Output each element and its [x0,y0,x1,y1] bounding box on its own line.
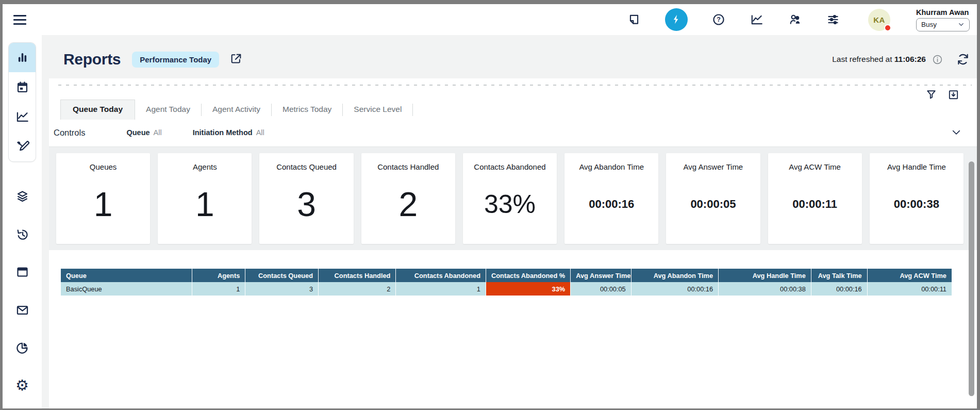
tab-bar: Queue Today Agent Today Agent Activity M… [60,100,977,120]
col-agents: Agents [192,269,245,282]
tab-metrics-today[interactable]: Metrics Today [272,100,342,120]
initiation-method-filter[interactable]: Initiation Method All [193,128,264,137]
line-chart-icon[interactable] [750,12,764,27]
sidebar-item-line-chart-metrics[interactable] [9,102,36,132]
kpi-card-queues: Queues 1 [56,153,150,244]
refresh-icon[interactable] [949,53,970,66]
col-contacts-abandoned: Contacts Abandoned [396,269,486,282]
people-icon[interactable] [788,12,802,27]
refresh-area: Last refreshed at 11:06:26 [832,53,972,66]
svg-text:?: ? [717,16,721,23]
sidebar-item-layers[interactable] [8,182,36,211]
filter-icon[interactable] [925,89,937,102]
panel-actions [925,89,959,102]
page-header: Reports Performance Today Last refreshed… [42,35,977,70]
tab-queue-today[interactable]: Queue Today [60,100,135,120]
kpi-card-contacts-queued: Contacts Queued 3 [259,153,353,244]
table-header-row: Queue Agents Contacts Queued Contacts Ha… [61,269,952,282]
user-name: Khurram Awan [916,8,970,17]
kpi-card-avg-answer-time: Avg Answer Time 00:00:05 [666,153,760,244]
kpi-card-avg-acw-time: Avg ACW Time 00:00:11 [768,153,862,244]
tab-agent-activity[interactable]: Agent Activity [202,100,271,120]
user-block: Khurram Awan Busy [916,8,970,31]
col-queue: Queue [61,269,192,282]
presence-dot [884,24,891,31]
sidebar-item-calendar[interactable] [9,72,36,102]
kpi-cards: Queues 1 Agents 1 Contacts Queued 3 Cont… [49,147,977,250]
col-avg-abandon-time: Avg Abandon Time [631,269,718,282]
queue-table: Queue Agents Contacts Queued Contacts Ha… [61,269,952,296]
col-contacts-handled: Contacts Handled [319,269,396,282]
page-title: Reports [63,51,121,68]
sidebar-item-browser-window[interactable] [8,257,36,287]
collapse-chevron-icon[interactable] [951,127,961,138]
status-value: Busy [921,21,937,28]
sidebar: ⚙ [3,35,42,408]
gear-icon: ⚙ [15,378,29,393]
sidebar-group [8,42,36,162]
topbar-actions: ? KA Khurram Awan Busy [627,8,977,31]
external-link-icon[interactable] [229,52,242,67]
controls-bar: Controls Queue All Initiation Method All [49,120,977,147]
sidebar-item-design-brush[interactable] [9,132,36,161]
vertical-scrollbar[interactable] [969,161,974,396]
main-content: Reports Performance Today Last refreshed… [42,35,977,408]
tab-service-level[interactable]: Service Level [343,100,412,120]
dotted-separator [58,85,972,86]
col-avg-handle-time: Avg Handle Time [719,269,811,282]
kpi-card-avg-abandon-time: Avg Abandon Time 00:00:16 [564,153,658,244]
col-contacts-abandoned-pct: Contacts Abandoned % [486,269,570,282]
controls-title: Controls [54,128,85,138]
col-contacts-queued: Contacts Queued [245,269,319,282]
app-window: ? KA Khurram Awan Busy [0,0,980,410]
kpi-card-agents: Agents 1 [158,153,252,244]
user-avatar[interactable]: KA [868,9,890,31]
kpi-card-contacts-abandoned: Contacts Abandoned 33% [463,153,557,244]
help-icon[interactable]: ? [711,12,726,27]
status-dropdown[interactable]: Busy [916,18,970,31]
top-bar: ? KA Khurram Awan Busy [3,4,977,35]
table-row[interactable]: BasicQueue 1 3 2 1 33% 00:00:05 00:00:16… [61,282,952,296]
col-avg-acw-time: Avg ACW Time [867,269,952,282]
download-icon[interactable] [948,89,959,102]
kpi-card-contacts-handled: Contacts Handled 2 [361,153,455,244]
sidebar-item-settings-gear[interactable]: ⚙ [8,371,36,401]
sidebar-item-bar-chart-reports[interactable] [9,43,36,72]
sidebar-item-pie-chart[interactable] [8,333,36,363]
col-avg-talk-time: Avg Talk Time [811,269,867,282]
queue-filter[interactable]: Queue All [126,128,161,137]
performance-today-badge[interactable]: Performance Today [132,52,219,68]
kpi-card-avg-handle-time: Avg Handle Time 00:00:38 [870,153,964,244]
col-avg-answer-time: Avg Answer Time [571,269,632,282]
sidebar-item-email[interactable] [8,295,36,325]
chevron-down-icon [958,21,965,28]
tab-agent-today[interactable]: Agent Today [135,100,201,120]
lightning-icon[interactable] [665,8,688,31]
tab-divider [412,104,413,116]
note-icon[interactable] [627,12,641,27]
last-refreshed-text: Last refreshed at 11:06:26 [832,55,926,64]
last-refreshed-time: 11:06:26 [894,55,926,63]
sliders-icon[interactable] [826,12,840,27]
hamburger-menu-icon[interactable] [13,15,26,25]
info-icon[interactable] [932,54,943,65]
sidebar-item-history[interactable] [8,219,36,249]
abandoned-pct-cell: 33% [486,282,570,296]
report-panel: Queue Today Agent Today Agent Activity M… [49,78,977,408]
